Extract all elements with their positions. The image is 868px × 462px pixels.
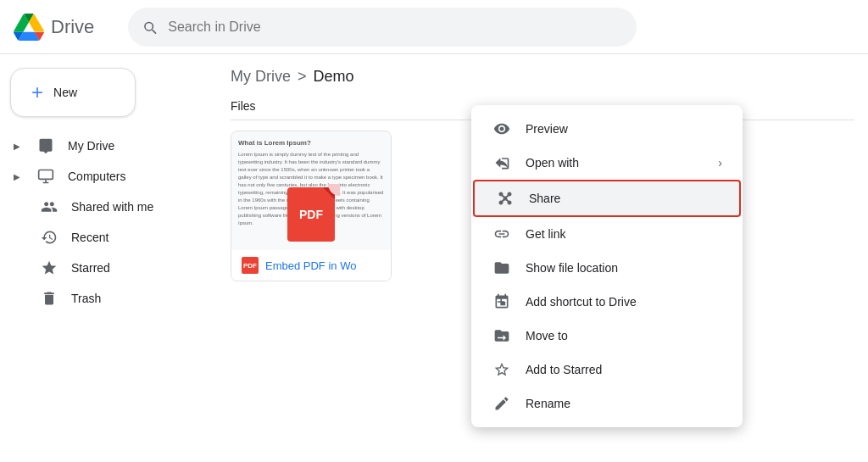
menu-item-get-link[interactable]: Get link [471,217,743,251]
sidebar-item-my-drive[interactable]: ▶ My Drive [0,131,203,161]
menu-label: Preview [526,122,722,136]
menu-item-share[interactable]: Share [473,180,741,217]
folder-icon [492,259,512,276]
chevron-right-icon: › [718,156,722,170]
search-input[interactable] [168,19,623,35]
pdf-file-icon: PDF [242,257,259,274]
menu-item-preview[interactable]: Preview [471,112,743,146]
menu-label: Rename [526,397,722,410]
my-drive-icon [37,137,54,154]
breadcrumb-current: Demo [314,68,354,86]
menu-item-add-shortcut[interactable]: Add shortcut to Drive [471,285,743,319]
plus-icon: + [31,82,43,103]
sidebar-item-shared-with-me[interactable]: Shared with me [0,192,203,222]
menu-label: Show file location [526,261,722,275]
menu-item-rename[interactable]: Rename [471,387,743,420]
file-preview: What is Lorem Ipsum? Lorem Ipsum is simp… [231,131,391,250]
context-menu: Preview Open with › Share [471,105,743,427]
menu-label: Open with [526,156,704,170]
trash-icon [41,290,58,307]
file-card[interactable]: What is Lorem Ipsum? Lorem Ipsum is simp… [231,131,392,281]
chevron-icon: ▶ [14,142,20,151]
topbar: Drive [0,0,868,54]
search-icon [142,19,158,36]
menu-label: Share [529,192,719,205]
eye-icon [492,120,512,137]
sidebar-item-label: Shared with me [71,200,153,214]
menu-item-show-file-location[interactable]: Show file location [471,251,743,285]
breadcrumb: My Drive > Demo [231,54,854,92]
menu-label: Add to Starred [526,363,722,376]
logo-area[interactable]: Drive [14,14,94,41]
sidebar-item-label: Computers [68,170,125,183]
recent-icon [41,229,58,246]
search-bar[interactable] [128,8,637,47]
menu-label: Add shortcut to Drive [526,295,722,309]
menu-label: Move to [526,329,722,342]
move-icon [492,327,512,344]
breadcrumb-separator: > [298,68,307,86]
menu-label: Get link [526,227,722,241]
sidebar-item-computers[interactable]: ▶ Computers [0,161,203,192]
app-title: Drive [51,16,94,38]
sidebar-item-starred[interactable]: Starred [0,253,203,283]
open-with-icon [492,154,512,171]
pencil-icon [492,395,512,412]
link-icon [492,225,512,242]
menu-item-add-starred[interactable]: Add to Starred [471,353,743,387]
sidebar-item-label: Recent [71,231,108,244]
menu-item-move-to[interactable]: Move to [471,319,743,353]
file-footer: PDF Embed PDF in Wo [231,250,391,281]
shared-icon [41,198,58,215]
starred-icon [41,259,58,276]
file-name: Embed PDF in Wo [265,259,356,272]
content-area: My Drive > Demo Files What is Lorem Ipsu… [217,54,868,462]
drive-logo-icon [14,14,44,41]
sidebar-item-label: Trash [71,292,101,305]
sidebar-item-label: Starred [71,261,110,275]
sidebar-item-recent[interactable]: Recent [0,222,203,253]
new-button[interactable]: + New [10,68,136,117]
sidebar-item-trash[interactable]: Trash [0,283,203,314]
sidebar: + New ▶ My Drive ▶ Computers Shared with [0,54,217,462]
main-layout: + New ▶ My Drive ▶ Computers Shared with [0,54,868,462]
sidebar-item-label: My Drive [68,139,114,153]
breadcrumb-root[interactable]: My Drive [231,68,291,86]
chevron-icon: ▶ [14,172,20,181]
star-icon [492,361,512,378]
share-icon [495,190,515,207]
shortcut-icon [492,293,512,310]
computers-icon [37,168,54,185]
new-button-label: New [53,86,77,99]
svg-rect-0 [39,170,53,180]
menu-item-open-with[interactable]: Open with › [471,146,743,180]
